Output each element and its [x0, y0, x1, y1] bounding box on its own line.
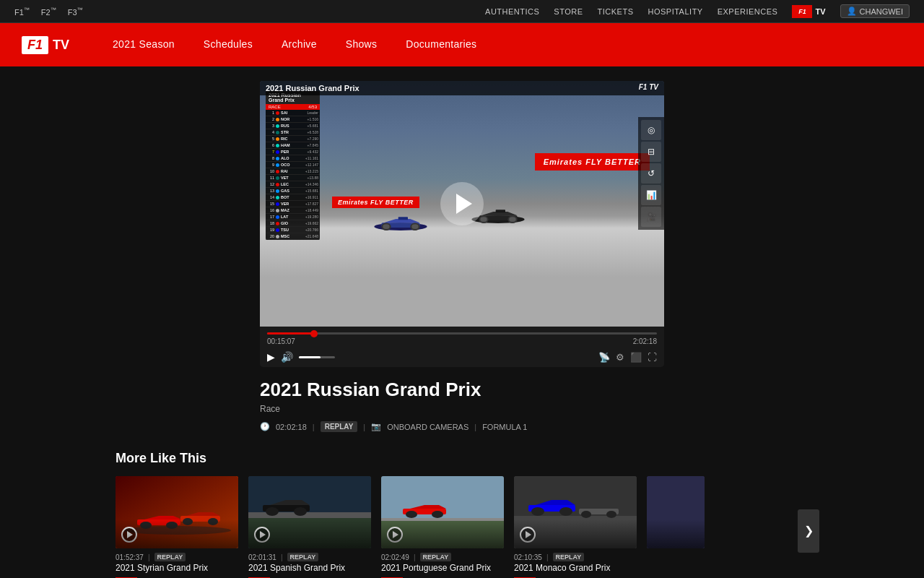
card-play-4[interactable] — [520, 527, 536, 543]
video-f1tv-badge: F1 TV — [639, 83, 658, 91]
top-bar-left: F1™ F2™ F3™ — [14, 7, 83, 17]
picture-icon[interactable]: ⬛ — [630, 352, 642, 363]
more-like-this-section: More Like This — [116, 439, 808, 578]
sep-2: | — [363, 423, 365, 431]
svg-point-18 — [166, 522, 178, 529]
side-btn-1[interactable]: ◎ — [641, 120, 661, 140]
time-total: 2:02:18 — [633, 337, 657, 345]
standing-10: 10 RAI +13.215 — [266, 168, 320, 175]
volume-fill — [299, 356, 321, 358]
time-row: 00:15:07 2:02:18 — [267, 337, 657, 345]
svg-point-38 — [559, 507, 572, 516]
card-title-3: 2021 Portuguese Grand Prix — [381, 563, 504, 574]
svg-rect-35 — [514, 516, 637, 548]
controls-row: ▶ 🔊 📡 ⚙ ⬛ ⛶ — [260, 348, 664, 367]
dot-3 — [276, 124, 279, 128]
svg-rect-23 — [248, 516, 371, 548]
experiences-link[interactable]: EXPERIENCES — [718, 7, 778, 16]
race-lap: RACE 4/53 — [266, 104, 320, 110]
emirates-banner-top: Emirates FLY BETTER — [535, 153, 650, 171]
thumb-3 — [381, 476, 504, 548]
video-title-text: 2021 Russian Grand Prix — [266, 84, 359, 92]
dot-14 — [276, 196, 279, 199]
standing-15: 15 VER +17.827 — [266, 201, 320, 207]
progress-container: 00:15:07 2:02:18 — [260, 327, 664, 348]
progress-bar[interactable] — [267, 332, 657, 335]
nav-schedules[interactable]: Schedules — [204, 35, 253, 54]
nav-2021-season[interactable]: 2021 Season — [113, 35, 175, 54]
store-link[interactable]: STORE — [554, 7, 583, 16]
user-button[interactable]: 👤 CHANGWEI — [840, 4, 910, 18]
nav-shows[interactable]: Shows — [346, 35, 378, 54]
card-badge-1: REPLAY — [154, 553, 186, 561]
tickets-link[interactable]: TICKETS — [598, 7, 634, 16]
video-player[interactable]: 2021 Russian Grand Prix RACE 4/53 1 SAI … — [260, 81, 664, 367]
f3-link[interactable]: F3™ — [68, 7, 83, 17]
card-meta-2: 02:01:31 | REPLAY — [248, 548, 371, 563]
card-1[interactable]: 01:52:37 | REPLAY 2021 Styrian Grand Pri… — [116, 476, 238, 578]
f2-link[interactable]: F2™ — [41, 7, 56, 17]
card-duration-3: 02:02:49 — [381, 553, 409, 561]
dot-7 — [276, 150, 279, 154]
card-duration-2: 02:01:31 — [248, 553, 276, 561]
nav-archive[interactable]: Archive — [282, 35, 317, 54]
camera-icon: 📷 — [371, 422, 381, 431]
svg-rect-42 — [647, 476, 705, 548]
play-button-overlay[interactable] — [440, 182, 484, 225]
f1-link[interactable]: F1™ — [14, 7, 30, 17]
play-pause-button[interactable]: ▶ — [267, 351, 275, 363]
side-btn-5[interactable]: 🎥 — [641, 207, 661, 227]
dot-19 — [276, 228, 279, 232]
cards-container: 01:52:37 | REPLAY 2021 Styrian Grand Pri… — [116, 476, 808, 578]
onboard-tag[interactable]: ONBOARD CAMERAS — [387, 423, 468, 431]
side-btn-2[interactable]: ⊟ — [641, 142, 661, 162]
side-btn-3[interactable]: ↺ — [641, 163, 661, 184]
svg-rect-13 — [496, 210, 505, 213]
nav-documentaries[interactable]: Documentaries — [406, 35, 476, 54]
video-frame: 2021 Russian Grand Prix RACE 4/53 1 SAI … — [260, 81, 664, 327]
duration-tag: 02:02:18 — [276, 423, 307, 431]
race-label: RACE — [269, 105, 281, 109]
hospitality-link[interactable]: HOSPITALITY — [648, 7, 702, 16]
top-bar: F1™ F2™ F3™ AUTHENTICS STORE TICKETS HOS… — [0, 0, 924, 23]
progress-thumb — [310, 330, 318, 337]
card-play-1[interactable] — [121, 527, 137, 543]
replay-badge[interactable]: REPLAY — [321, 421, 358, 432]
fullscreen-icon[interactable]: ⛶ — [648, 352, 657, 363]
card-play-tri-2 — [260, 531, 266, 538]
dot-5 — [276, 137, 279, 141]
settings-icon[interactable]: ⚙ — [616, 352, 624, 363]
username: CHANGWEI — [860, 7, 904, 16]
card-play-3[interactable] — [387, 527, 403, 543]
card-2[interactable]: 02:01:31 | REPLAY 2021 Spanish Grand Pri… — [248, 476, 371, 578]
thumb-1 — [116, 476, 238, 548]
next-button[interactable]: ❯ — [798, 509, 819, 553]
dot-15 — [276, 202, 279, 206]
card-meta-1: 01:52:37 | REPLAY — [116, 548, 238, 563]
nav-logo-f1: F1 — [22, 36, 48, 54]
nav-logo-tv: TV — [53, 38, 69, 53]
volume-slider[interactable] — [299, 356, 335, 358]
card-4[interactable]: 02:10:35 | REPLAY 2021 Monaco Grand Prix… — [514, 476, 637, 578]
dot-6 — [276, 144, 279, 147]
authentics-link[interactable]: AUTHENTICS — [485, 7, 539, 16]
svg-point-12 — [509, 217, 515, 223]
card-5[interactable] — [647, 476, 705, 578]
dot-12 — [276, 183, 279, 186]
card-badge-2: REPLAY — [287, 553, 319, 561]
standing-18: 18 GIO +19.662 — [266, 220, 320, 227]
card-play-2[interactable] — [254, 527, 270, 543]
svg-point-3 — [383, 225, 389, 230]
cast-icon[interactable]: 📡 — [598, 352, 610, 363]
svg-point-26 — [266, 507, 279, 516]
race-standings: 2021 Russian Grand Prix RACE 4/53 1 SAI … — [266, 91, 320, 240]
card-thumb-5 — [647, 476, 705, 548]
dot-17 — [276, 215, 279, 219]
card-thumb-4 — [514, 476, 637, 548]
standing-14: 14 BOT +16.911 — [266, 194, 320, 201]
card-3[interactable]: 02:02:49 | REPLAY 2021 Portuguese Grand … — [381, 476, 504, 578]
side-btn-4[interactable]: 📊 — [641, 185, 661, 205]
volume-button[interactable]: 🔊 — [281, 351, 293, 363]
formula1-tag[interactable]: FORMULA 1 — [482, 423, 527, 431]
controls-right: 📡 ⚙ ⬛ ⛶ — [598, 352, 657, 363]
